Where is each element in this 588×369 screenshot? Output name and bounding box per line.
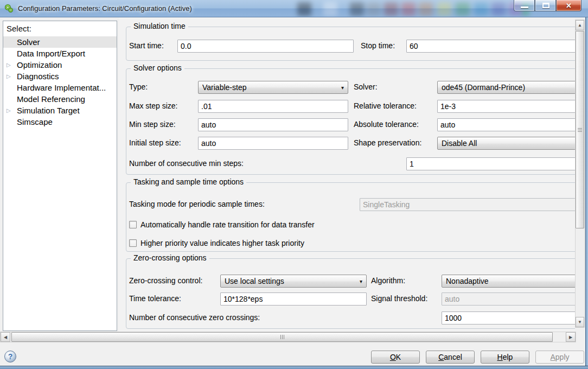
max-step-size-input[interactable] (198, 100, 348, 113)
initial-step-size-input[interactable] (198, 137, 348, 150)
sidebar-item-hardware-implementation[interactable]: Hardware Implementat... (3, 82, 117, 93)
ok-button[interactable]: OK (371, 351, 420, 364)
simulation-time-group: Simulation time Start time: Stop time: (126, 27, 575, 61)
vertical-scrollbar-thumb[interactable] (576, 31, 584, 228)
signal-threshold-label: Signal threshold: (371, 294, 427, 304)
auto-rate-transition-label: Automatically handle rate transition for… (140, 220, 315, 229)
min-step-size-label: Min step size: (129, 120, 176, 130)
vertical-scrollbar[interactable]: ▲ ▼ (575, 20, 585, 328)
scroll-down-button[interactable]: ▼ (576, 317, 584, 327)
zero-crossing-group: Zero-crossing options Zero-crossing cont… (126, 258, 575, 329)
shape-preservation-label: Shape preservation: (354, 138, 421, 148)
time-tolerance-input[interactable] (220, 292, 367, 306)
expand-arrow-icon[interactable]: ▷ (7, 71, 14, 82)
relative-tolerance-input[interactable] (437, 100, 575, 113)
stop-time-label: Stop time: (361, 41, 395, 51)
window-right-border (585, 17, 588, 366)
algorithm-label: Algorithm: (371, 276, 405, 286)
initial-step-size-label: Initial step size: (129, 138, 181, 148)
scroll-right-icon: ▶ (569, 335, 572, 340)
solver-label: Solver: (354, 82, 378, 92)
chevron-down-icon: ▾ (356, 278, 362, 284)
solver-options-group: Solver options Type: Variable-step ▾ Sol… (126, 68, 575, 175)
expand-arrow-icon[interactable]: ▷ (7, 105, 14, 116)
consecutive-min-steps-label: Number of consecutive min steps: (129, 159, 244, 169)
sidebar-item-simscape[interactable]: Simscape (3, 116, 117, 128)
start-time-label: Start time: (129, 41, 164, 51)
solver-options-legend: Solver options (131, 63, 184, 72)
maximize-button[interactable] (535, 0, 556, 11)
higher-priority-label: Higher priority value indicates higher t… (140, 239, 304, 247)
sidebar-item-diagnostics[interactable]: ▷Diagnostics (3, 71, 117, 82)
scroll-right-button[interactable]: ▶ (566, 332, 576, 342)
apply-button: Apply (535, 351, 584, 364)
dialog-content: Select: Solver Data Import/Export ▷Optim… (0, 17, 585, 366)
window-title: Configuration Parameters: Circuit/Config… (18, 4, 192, 12)
help-badge-icon[interactable]: ? (4, 351, 16, 362)
window-bottom-border (0, 366, 588, 369)
sidebar-item-solver[interactable]: Solver (3, 36, 117, 48)
tasking-mode-label: Tasking mode for periodic sample times: (129, 200, 265, 209)
minimize-button[interactable] (514, 0, 535, 11)
solver-dropdown[interactable]: ode45 (Dormand-Prince) (437, 81, 575, 94)
tasking-options-legend: Tasking and sample time options (131, 177, 246, 186)
tasking-options-group: Tasking and sample time options Tasking … (126, 182, 575, 252)
sidebar-item-optimization[interactable]: ▷Optimization (3, 59, 117, 71)
start-time-input[interactable] (177, 40, 354, 53)
horizontal-scrollbar[interactable]: ◀ ▶ (0, 332, 576, 342)
scroll-left-icon: ◀ (4, 335, 7, 340)
time-tolerance-label: Time tolerance: (129, 294, 181, 304)
consecutive-zero-crossings-label: Number of consecutive zero crossings: (129, 313, 260, 323)
scroll-up-icon: ▲ (578, 23, 582, 28)
higher-priority-checkbox[interactable] (129, 239, 137, 247)
zero-crossing-control-label: Zero-crossing control: (129, 276, 202, 286)
maximize-icon (542, 3, 549, 8)
zero-crossing-legend: Zero-crossing options (131, 253, 209, 262)
category-tree: Solver Data Import/Export ▷Optimization … (3, 36, 117, 128)
cancel-button[interactable]: Cancel (426, 351, 475, 364)
horizontal-scrollbar-thumb[interactable] (11, 332, 553, 342)
auto-rate-transition-checkbox[interactable] (129, 221, 137, 228)
consecutive-min-steps-input[interactable] (406, 157, 575, 170)
zero-crossing-control-dropdown[interactable]: Use local settings ▾ (220, 275, 367, 288)
min-step-size-input[interactable] (198, 118, 348, 131)
stop-time-input[interactable] (406, 40, 575, 53)
chevron-down-icon: ▾ (338, 85, 344, 91)
scroll-up-button[interactable]: ▲ (576, 20, 584, 30)
simulink-gear-icon (4, 4, 14, 13)
signal-threshold-input (442, 292, 575, 306)
sidebar-item-model-referencing[interactable]: Model Referencing (3, 93, 117, 105)
type-label: Type: (129, 82, 148, 92)
absolute-tolerance-input[interactable] (437, 118, 575, 131)
close-icon: ✕ (557, 0, 581, 11)
absolute-tolerance-label: Absolute tolerance: (354, 120, 419, 130)
configuration-parameters-dialog: Configuration Parameters: Circuit/Config… (0, 0, 588, 369)
scroll-down-icon: ▼ (578, 320, 582, 325)
simulation-time-legend: Simulation time (131, 22, 188, 30)
sidebar-item-simulation-target[interactable]: ▷Simulation Target (3, 105, 117, 116)
expand-arrow-icon[interactable]: ▷ (7, 59, 14, 71)
titlebar[interactable]: Configuration Parameters: Circuit/Config… (0, 0, 588, 17)
algorithm-dropdown[interactable]: Nonadaptive (442, 275, 575, 288)
type-dropdown[interactable]: Variable-step ▾ (198, 81, 348, 94)
sidebar-item-data-import-export[interactable]: Data Import/Export (3, 48, 117, 59)
scroll-left-button[interactable]: ◀ (1, 332, 10, 342)
help-button[interactable]: Help (481, 351, 529, 364)
shape-preservation-dropdown[interactable]: Disable All (437, 137, 575, 150)
relative-tolerance-label: Relative tolerance: (354, 101, 417, 111)
tasking-mode-input (360, 198, 575, 211)
consecutive-zero-crossings-input[interactable] (442, 311, 575, 325)
category-sidebar: Select: Solver Data Import/Export ▷Optim… (3, 21, 117, 331)
solver-pane: Simulation time Start time: Stop time: S… (119, 17, 575, 332)
close-button[interactable]: ✕ (556, 0, 581, 11)
sidebar-header: Select: (3, 21, 117, 35)
max-step-size-label: Max step size: (129, 101, 177, 111)
minimize-icon (521, 7, 528, 8)
